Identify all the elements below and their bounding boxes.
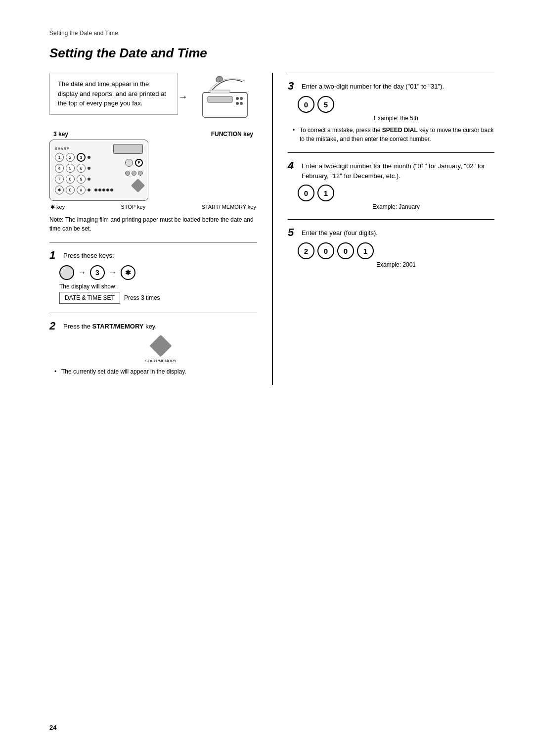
step-3-bullet: • To correct a mistake, press the SPEED … (288, 126, 494, 143)
step-1-header: 1 Press these keys: (49, 249, 257, 261)
svg-point-2 (236, 97, 239, 100)
dot-indicator-4 (88, 189, 90, 191)
digit-0-5b: 0 (337, 242, 354, 259)
key-7: 7 (55, 175, 64, 184)
step-4-digits: 0 1 (298, 185, 494, 201)
step-2-header: 2 Press the START/MEMORY key. (49, 320, 257, 332)
step-3-example: Example: the 5th (298, 115, 494, 122)
start-memory-icon-container: START/MEMORY (64, 336, 257, 363)
key-2: 2 (66, 153, 75, 162)
step-5-number: 5 (288, 227, 298, 238)
function-circle (59, 265, 74, 280)
btn-small-2 (132, 171, 136, 176)
speed-dial-bold: SPEED DIAL (382, 127, 418, 134)
key-8: 8 (66, 175, 75, 184)
step-2-bullet-text: The currently set date will appear in th… (61, 367, 186, 376)
note-box: Note: The imaging film and printing pape… (49, 215, 257, 233)
page: Setting the Date and Time Setting the Da… (0, 0, 534, 756)
key-4: 4 (55, 164, 64, 173)
step-3: 3 Enter a two-digit number for the day (… (288, 80, 494, 143)
display-will-show-label: The display will show: (59, 283, 257, 290)
step-1-text: Press these keys: (63, 249, 114, 261)
step-2-number: 2 (49, 320, 59, 332)
stop-key-label: STOP key (121, 204, 146, 210)
step-2-bullet: • The currently set date will appear in … (49, 367, 257, 376)
step-3-digits: 0 5 (298, 96, 494, 113)
lcd-display (113, 144, 143, 154)
step-5-header: 5 Enter the year (four digits). (288, 227, 494, 238)
breadcrumb: Setting the Date and Time (49, 30, 494, 37)
divider-1 (49, 242, 257, 242)
display-box: DATE & TIME SET (59, 292, 120, 304)
dot-7 (102, 189, 105, 191)
step-3-bullet-text: To correct a mistake, press the SPEED DI… (300, 126, 494, 143)
arrow-1: → (78, 268, 86, 277)
function-button: F (135, 159, 143, 167)
key-6: 6 (77, 164, 86, 173)
digit-5-circle: 5 (317, 96, 334, 113)
btn-small-3 (138, 171, 143, 176)
svg-rect-6 (210, 90, 230, 93)
btn-small-1 (125, 171, 130, 176)
step-4-text: Enter a two-digit number for the month (… (302, 160, 494, 181)
svg-rect-1 (208, 96, 232, 102)
divider-r3 (288, 219, 494, 220)
key-sequence-1: → 3 → ✱ (59, 265, 257, 280)
step-3-number: 3 (288, 80, 298, 92)
step-2-after: key. (144, 323, 157, 330)
key-1: 1 (55, 153, 64, 162)
dot-indicator-3 (88, 178, 90, 181)
nav-button-left (125, 159, 133, 167)
step-3-header: 3 Enter a two-digit number for the day (… (288, 80, 494, 92)
callout-text: The date and time appear in the display … (58, 80, 166, 107)
start-memory-icon-label: START/MEMORY (145, 359, 177, 363)
key-5: 5 (66, 164, 75, 173)
step-4-header: 4 Enter a two-digit number for the month… (288, 160, 494, 181)
dot-8 (106, 189, 109, 191)
key-labels-row: 3 key FUNCTION key (49, 131, 257, 138)
display-row: DATE & TIME SET Press 3 times (49, 292, 257, 304)
digit-1-5: 1 (357, 242, 374, 259)
sharp-brand-label: SHARP (55, 147, 70, 150)
digit-2-5: 2 (298, 242, 314, 259)
callout-arrow-icon: → (178, 91, 188, 102)
digit-0-4: 0 (298, 185, 314, 201)
keyboard-diagram: SHARP 1 2 3 4 5 6 (49, 140, 148, 201)
note-text: Note: The imaging film and printing pape… (49, 216, 254, 232)
step-5: 5 Enter the year (four digits). 2 0 0 1 … (288, 227, 494, 268)
page-title: Setting the Date and Time (49, 46, 494, 61)
step-2-text: Press the START/MEMORY key. (63, 320, 157, 331)
top-intro: The date and time appear in the display … (49, 73, 257, 121)
digit-0-5a: 0 (317, 242, 334, 259)
start-memory-key-label: START/ MEMORY key (202, 204, 256, 210)
press-times-label: Press 3 times (124, 294, 160, 301)
divider-r2 (288, 152, 494, 153)
three-key-label: 3 key (53, 131, 68, 138)
key-3-circle: 3 (90, 265, 105, 280)
key-0: 0 (66, 186, 75, 194)
start-memory-bold: START/MEMORY (92, 323, 144, 330)
digit-1-4: 1 (317, 185, 334, 201)
step-4-example: Example: January (298, 203, 494, 210)
key-hash: # (77, 186, 86, 194)
function-key-label: FUNCTION key (211, 131, 253, 138)
right-column: 3 Enter a two-digit number for the day (… (273, 73, 494, 385)
divider-r1 (288, 73, 494, 73)
step-1: 1 Press these keys: → 3 → ✱ The display … (49, 249, 257, 304)
dot-indicator (88, 156, 90, 159)
step-5-digits: 2 0 0 1 (298, 242, 494, 259)
start-memory-button-diagram (133, 181, 143, 190)
left-column: The date and time appear in the display … (49, 73, 273, 385)
step-4: 4 Enter a two-digit number for the month… (288, 160, 494, 210)
step-3-text: Enter a two-digit number for the day ("0… (302, 80, 444, 92)
dot-5 (94, 189, 97, 191)
page-number: 24 (49, 724, 56, 731)
star-circle: ✱ (121, 265, 135, 280)
step-2: 2 Press the START/MEMORY key. START/MEMO… (49, 320, 257, 376)
digit-0-circle: 0 (298, 96, 314, 113)
svg-point-5 (240, 102, 243, 105)
callout-box: The date and time appear in the display … (49, 73, 178, 115)
step-4-number: 4 (288, 160, 298, 172)
svg-point-3 (240, 97, 243, 100)
diamond-button-icon (151, 336, 171, 356)
